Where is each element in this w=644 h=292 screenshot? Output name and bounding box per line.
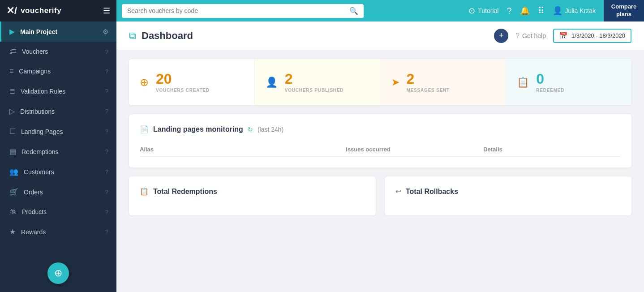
sidebar-item-vouchers[interactable]: 🏷 Vouchers ?	[0, 42, 116, 61]
bottom-row: 📋 Total Redemptions ↩ Total Rollbacks	[129, 176, 631, 215]
topnav-right: ⊙ Tutorial ? 🔔 ⠿ 👤 Julia Krzak Comparepl…	[468, 0, 644, 21]
landing-pages-help-icon[interactable]: ?	[105, 128, 108, 135]
validation-icon: ≣	[9, 87, 15, 95]
monitoring-table-header: Alias Issues occurred Details	[140, 142, 621, 157]
redemptions-icon: ▤	[9, 147, 16, 156]
tutorial-icon: ⊙	[468, 6, 475, 16]
date-range-picker[interactable]: 📅 1/3/2020 - 18/3/2020	[553, 29, 631, 43]
support-fab[interactable]: ⊕	[47, 262, 69, 284]
sidebar-item-rewards[interactable]: ★ Rewards ?	[0, 222, 116, 242]
messages-sent-number: 2	[407, 72, 450, 86]
stat-messages-sent: ➤ 2 MESSAGES SENT	[381, 59, 507, 105]
dashboard-grid-icon: ⧉	[129, 30, 136, 42]
date-range-label: 1/3/2020 - 18/3/2020	[571, 32, 625, 39]
redeemed-number: 0	[536, 72, 564, 86]
messages-sent-label: MESSAGES SENT	[407, 88, 450, 93]
plus-icon: ⊕	[140, 76, 149, 89]
page-header: ⧉ Dashboard + ? Get help 📅 1/3/2020 - 18…	[116, 21, 644, 50]
sidebar-item-products[interactable]: 🛍 Products ?	[0, 202, 116, 222]
refresh-icon[interactable]: ↻	[248, 126, 253, 133]
apps-icon[interactable]: ⠿	[538, 5, 545, 16]
rewards-help-icon[interactable]: ?	[105, 228, 108, 235]
orders-help-icon[interactable]: ?	[105, 189, 108, 195]
bell-icon[interactable]: 🔔	[520, 6, 530, 16]
vouchers-help-icon[interactable]: ?	[105, 48, 108, 55]
sidebar: ▶ Main Project ⚙ 🏷 Vouchers ? ≡ Campaign…	[0, 21, 116, 292]
vouchers-created-number: 20	[156, 72, 210, 86]
distributions-help-icon[interactable]: ?	[105, 108, 108, 115]
sidebar-orders-label: Orders	[24, 189, 43, 196]
total-rollbacks-card: ↩ Total Rollbacks	[385, 176, 631, 215]
topnav-left: ✕/ voucherify ☰	[0, 0, 116, 21]
main-content: ⧉ Dashboard + ? Get help 📅 1/3/2020 - 18…	[116, 21, 644, 292]
total-rollbacks-title: Total Rollbacks	[406, 188, 458, 196]
hamburger-icon[interactable]: ☰	[103, 6, 110, 16]
sidebar-redemptions-label: Redemptions	[21, 148, 59, 155]
calendar-icon: 📅	[559, 32, 568, 40]
vouchers-created-label: VOUCHERS CREATED	[156, 88, 210, 93]
search-area: 🔍	[116, 4, 468, 18]
vouchers-published-label: VOUCHERS PUBLISHED	[285, 88, 344, 93]
user-icon: 👤	[553, 6, 562, 16]
sidebar-item-orders[interactable]: 🛒 Orders ?	[0, 182, 116, 202]
send-icon: ➤	[391, 77, 399, 88]
logo-icon: ✕/	[6, 5, 17, 17]
sidebar-distributions-label: Distributions	[20, 108, 55, 115]
add-icon: +	[499, 31, 504, 40]
content-area: ⊕ 20 VOUCHERS CREATED 👤 2 VOUCHERS PUBLI…	[116, 50, 644, 224]
get-help-icon: ?	[515, 32, 519, 40]
rewards-icon: ★	[9, 228, 16, 236]
sidebar-item-main-project[interactable]: ▶ Main Project ⚙	[0, 21, 116, 42]
tutorial-button[interactable]: ⊙ Tutorial	[468, 6, 498, 16]
stat-vouchers-created: ⊕ 20 VOUCHERS CREATED	[129, 59, 255, 105]
redemptions-card-icon: 📋	[140, 187, 149, 196]
rollbacks-card-icon: ↩	[395, 187, 401, 196]
gear-icon[interactable]: ⚙	[103, 28, 108, 36]
sidebar-item-validation-rules[interactable]: ≣ Validation Rules ?	[0, 81, 116, 101]
total-redemptions-title: Total Redemptions	[153, 188, 217, 196]
sidebar-main-project-label: Main Project	[20, 28, 57, 35]
validation-help-icon[interactable]: ?	[105, 88, 108, 94]
search-icon[interactable]: 🔍	[349, 7, 358, 15]
customers-help-icon[interactable]: ?	[105, 168, 108, 175]
user-menu[interactable]: 👤 Julia Krzak	[553, 6, 596, 16]
help-icon[interactable]: ?	[507, 6, 511, 16]
monitoring-card: 📄 Landing pages monitoring ↻ (last 24h) …	[129, 114, 631, 167]
support-fab-icon: ⊕	[54, 267, 62, 279]
campaigns-help-icon[interactable]: ?	[105, 68, 108, 75]
stat-redeemed: 📋 0 REDEEMED	[506, 59, 631, 105]
sidebar-customers-label: Customers	[24, 168, 54, 176]
stats-row: ⊕ 20 VOUCHERS CREATED 👤 2 VOUCHERS PUBLI…	[129, 59, 631, 105]
sidebar-products-label: Products	[22, 208, 47, 215]
distributions-icon: ▷	[9, 107, 15, 116]
topnav: ✕/ voucherify ☰ 🔍 ⊙ Tutorial ? 🔔 ⠿ 👤 Jul…	[0, 0, 644, 21]
page-title: Dashboard	[142, 30, 193, 42]
stat-vouchers-published: 👤 2 VOUCHERS PUBLISHED	[255, 59, 381, 105]
tutorial-label: Tutorial	[478, 7, 498, 14]
sidebar-item-customers[interactable]: 👥 Customers ?	[0, 162, 116, 182]
add-button[interactable]: +	[494, 29, 508, 43]
vouchers-icon: 🏷	[9, 47, 17, 56]
search-box: 🔍	[122, 4, 364, 18]
redemptions-help-icon[interactable]: ?	[105, 148, 108, 155]
sidebar-rewards-label: Rewards	[21, 228, 46, 236]
customers-icon: 👥	[9, 167, 18, 176]
sidebar-vouchers-label: Vouchers	[22, 48, 48, 55]
monitoring-card-icon: 📄	[140, 125, 149, 133]
products-help-icon[interactable]: ?	[105, 209, 108, 215]
search-input[interactable]	[127, 7, 347, 14]
user-name: Julia Krzak	[565, 7, 596, 14]
sidebar-item-redemptions[interactable]: ▤ Redemptions ?	[0, 142, 116, 162]
doc-icon: 📋	[517, 77, 529, 88]
sidebar-validation-label: Validation Rules	[21, 88, 65, 95]
sidebar-landing-pages-label: Landing Pages	[21, 128, 63, 135]
products-icon: 🛍	[9, 208, 17, 216]
compare-plans-button[interactable]: Compareplans	[604, 0, 644, 21]
sidebar-item-distributions[interactable]: ▷ Distributions ?	[0, 101, 116, 121]
vouchers-published-number: 2	[285, 72, 344, 86]
sidebar-item-landing-pages[interactable]: ☐ Landing Pages ?	[0, 121, 116, 142]
sidebar-item-campaigns[interactable]: ≡ Campaigns ?	[0, 61, 116, 81]
get-help-button[interactable]: ? Get help	[515, 32, 546, 40]
monitoring-title: Landing pages monitoring	[153, 125, 243, 133]
logo: ✕/ voucherify	[6, 5, 61, 17]
